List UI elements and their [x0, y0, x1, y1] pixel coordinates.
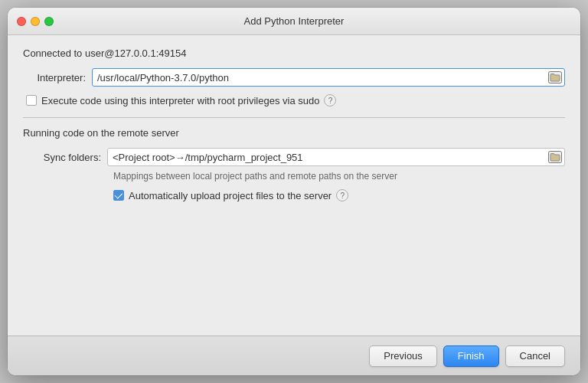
- section-title: Running code on the remote server: [23, 127, 565, 139]
- auto-upload-label: Automatically upload project files to th…: [129, 190, 332, 201]
- window-title: Add Python Interpreter: [244, 15, 345, 27]
- interpreter-folder-button[interactable]: [548, 71, 562, 83]
- interpreter-row: Interpreter:: [23, 68, 565, 87]
- finish-button[interactable]: Finish: [443, 345, 499, 367]
- cancel-button[interactable]: Cancel: [505, 345, 565, 367]
- close-button[interactable]: [17, 17, 26, 26]
- sync-folders-folder-button[interactable]: [548, 151, 562, 163]
- title-bar: Add Python Interpreter: [8, 8, 580, 35]
- execute-code-row: Execute code using this interpreter with…: [26, 94, 565, 106]
- mappings-hint: Mappings between local project paths and…: [113, 171, 565, 182]
- previous-button[interactable]: Previous: [369, 345, 437, 367]
- execute-code-help-icon[interactable]: ?: [324, 94, 336, 106]
- interpreter-input[interactable]: [92, 68, 565, 87]
- interpreter-label: Interpreter:: [23, 72, 92, 83]
- sync-folders-input[interactable]: [107, 148, 565, 166]
- auto-upload-checkbox[interactable]: [113, 190, 124, 201]
- add-python-interpreter-dialog: Add Python Interpreter Connected to user…: [8, 8, 580, 375]
- dialog-content: Connected to user@127.0.0.1:49154 Interp…: [8, 35, 580, 336]
- sync-folders-label: Sync folders:: [23, 152, 107, 163]
- dialog-footer: Previous Finish Cancel: [8, 336, 580, 375]
- connection-label: Connected to user@127.0.0.1:49154: [23, 47, 565, 59]
- sync-folders-row: Sync folders:: [23, 148, 565, 166]
- interpreter-input-wrapper: [92, 68, 565, 87]
- minimize-button[interactable]: [31, 17, 40, 26]
- section-divider: [23, 117, 565, 118]
- execute-code-checkbox[interactable]: [26, 95, 37, 106]
- execute-code-label: Execute code using this interpreter with…: [41, 95, 319, 106]
- sync-folders-input-wrapper: [107, 148, 565, 166]
- auto-upload-help-icon[interactable]: ?: [336, 189, 348, 201]
- auto-upload-row: Automatically upload project files to th…: [113, 189, 565, 201]
- maximize-button[interactable]: [44, 17, 54, 26]
- traffic-lights: [17, 17, 54, 26]
